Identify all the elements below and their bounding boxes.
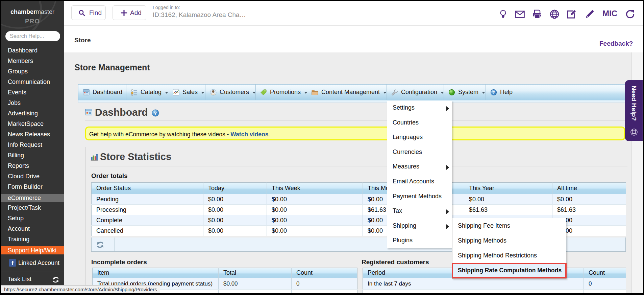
svg-text:?: ? — [154, 111, 157, 116]
svg-text:?: ? — [492, 90, 495, 95]
